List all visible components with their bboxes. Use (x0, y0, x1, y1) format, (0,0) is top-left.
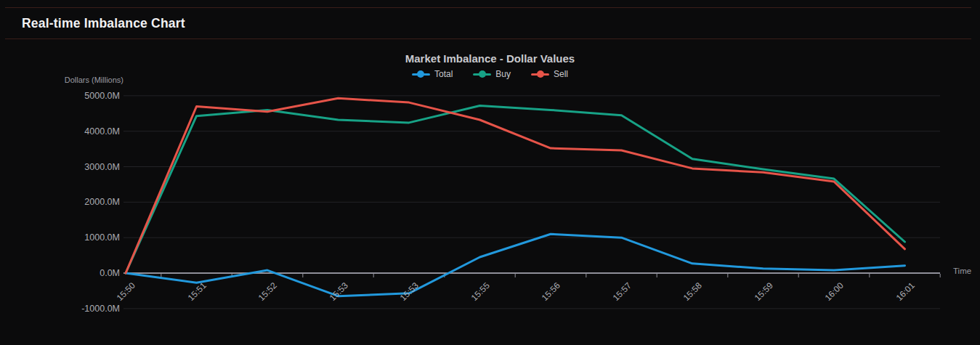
series-line-buy (126, 106, 905, 274)
x-axis-name: Time (953, 267, 971, 275)
y-tick-label: 5000.0M (40, 91, 120, 101)
panel-header: Real-time Imbalance Chart (5, 7, 971, 39)
y-tick-label: 0.0M (40, 268, 120, 278)
series-line-sell (126, 98, 905, 273)
series-line-total (126, 234, 905, 296)
y-tick-label: -1000.0M (40, 304, 120, 314)
imbalance-chart: Market Imbalance - Dollar Values TotalBu… (0, 39, 980, 345)
y-tick-label: 4000.0M (40, 126, 120, 137)
page-title: Real-time Imbalance Chart (22, 16, 185, 31)
y-tick-label: 3000.0M (40, 162, 120, 172)
y-tick-label: 1000.0M (40, 232, 120, 243)
y-tick-label: 2000.0M (40, 197, 120, 207)
